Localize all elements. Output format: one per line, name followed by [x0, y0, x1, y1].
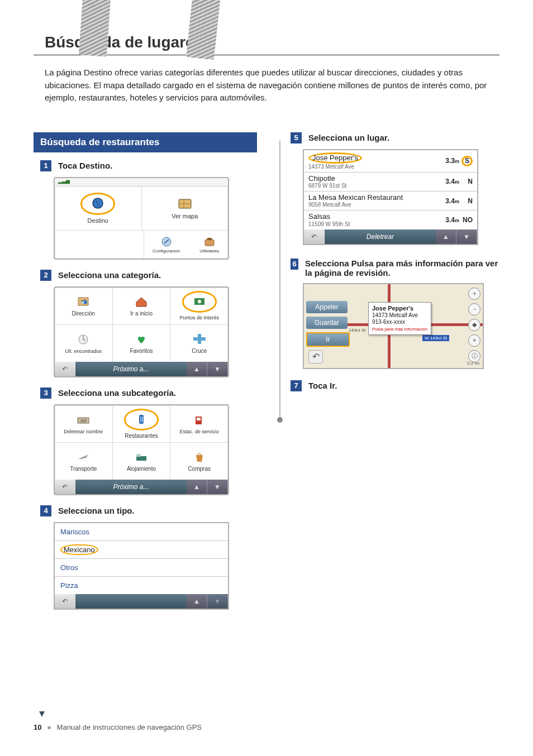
svg-rect-17 — [197, 418, 201, 420]
cat-gohome[interactable]: Ir a inicio — [113, 288, 171, 325]
svg-text:AB: AB — [80, 418, 87, 423]
result-row[interactable]: La Mesa Mexican Restaurant9058 Metcalf A… — [304, 192, 477, 210]
up-arrow-icon[interactable]: ▲ — [187, 362, 207, 376]
down-arrow-icon[interactable]: ▼ — [207, 362, 228, 376]
map-info-popup[interactable]: Jose Pepper's 14373 Metcalf Ave 913-6xx-… — [368, 302, 431, 335]
step-text: Selecciona Pulsa para más información pa… — [305, 259, 503, 277]
subcat-fuel[interactable]: Estac. de servicio — [170, 405, 228, 443]
clock-icon — [75, 333, 91, 346]
type-row[interactable]: Otros — [55, 559, 228, 577]
popup-phone: 913-6xx-xxxx — [372, 319, 405, 325]
label: Destino — [88, 217, 108, 224]
spell-button[interactable]: Deletrear — [325, 233, 436, 241]
up-arrow-icon[interactable]: ▲ — [187, 594, 207, 609]
street-label: 143rd St — [349, 328, 365, 333]
back-icon[interactable]: ↶ — [55, 480, 75, 494]
label: Alojamiento — [127, 466, 156, 472]
map-call-button[interactable]: Appeler — [306, 301, 348, 313]
recenter-icon[interactable]: ⌖ — [468, 334, 480, 347]
wrench-icon[interactable] — [159, 235, 174, 248]
near-button[interactable]: Próximo a... — [75, 483, 187, 491]
map-save-button[interactable]: Guardar — [306, 317, 348, 329]
home-vermapa-button[interactable]: Ver mapa — [142, 186, 229, 231]
cat-intersection[interactable]: Cruce — [170, 325, 228, 362]
subcat-restaurants[interactable]: Restaurantes — [113, 405, 171, 443]
label: Configuración — [153, 248, 180, 253]
label: Cruce — [192, 348, 207, 354]
down-arrow-icon[interactable]: ▼ — [207, 480, 228, 494]
back-icon[interactable]: ↶ — [55, 594, 75, 609]
zoom-out-icon[interactable]: － — [468, 303, 480, 315]
cat-favorites[interactable]: Favoritos — [113, 325, 171, 362]
up-arrow-icon[interactable]: ▲ — [187, 480, 207, 494]
map-go-button[interactable]: Ir — [306, 332, 350, 347]
footer-bullet: ● — [44, 723, 55, 731]
vertical-rule-dot — [277, 417, 283, 423]
address-icon: 📬 — [75, 295, 91, 308]
cat-direccion[interactable]: 📬 Dirección — [55, 288, 113, 325]
map-icon — [177, 197, 193, 210]
columns: Búsqueda de restaurantes 1 Toca Destino.… — [34, 132, 499, 620]
label: Estac. de servicio — [179, 429, 219, 434]
step-text: Selecciona una categoría. — [58, 270, 161, 280]
continuation-arrow-icon — [39, 711, 45, 717]
type-row[interactable]: Mariscos — [55, 523, 228, 541]
home-tools-row — [55, 231, 144, 259]
intro-paragraph: La página Destino ofrece varias categorí… — [45, 66, 499, 104]
map-side-buttons: Appeler Guardar Ir ↶ — [306, 301, 350, 363]
step-number: 3 — [40, 387, 51, 399]
svg-rect-5 — [207, 238, 212, 240]
result-row[interactable]: Salsas11509 W 95th St 3.4m NO — [304, 210, 477, 229]
zoom-in-icon[interactable]: ＋ — [468, 288, 480, 300]
bottom-bar: ↶ Deletrear ▲ ▼ — [304, 229, 477, 244]
back-icon[interactable]: ↶ — [55, 362, 75, 376]
page-number: 10 — [34, 723, 41, 731]
heart-icon — [134, 332, 149, 346]
device-screenshot-subcategory: AB Deletrear nombre Restaurantes Estac. … — [54, 404, 229, 495]
label: Dirección — [72, 310, 95, 317]
result-addr: 14373 Metcalf Ave — [308, 164, 436, 170]
back-icon[interactable]: ↶ — [304, 229, 325, 244]
subcat-shopping[interactable]: Compras — [170, 443, 228, 480]
svg-text:📬: 📬 — [81, 299, 88, 305]
result-distance: 3.3m — [436, 157, 459, 165]
step-number: 1 — [40, 160, 51, 171]
bottom-bar: ↶ Próximo a... ▲ ▼ — [55, 480, 228, 494]
popup-more-link[interactable]: Pulsa para más información — [372, 327, 427, 332]
step-number: 7 — [291, 380, 302, 391]
home-destino-button[interactable]: Destino — [55, 186, 142, 231]
step-number: 4 — [40, 505, 51, 516]
down-arrow-icon[interactable]: ▼ — [456, 229, 477, 244]
label: Ir a inicio — [130, 310, 153, 317]
near-button[interactable]: Próximo a... — [75, 365, 187, 373]
right-column: 5 Selecciona un lugar. Jose Pepper's 143… — [291, 132, 503, 401]
svg-point-9 — [198, 300, 201, 303]
label: Ver mapa — [172, 213, 198, 219]
result-row[interactable]: Jose Pepper's 14373 Metcalf Ave 3.3m S — [304, 150, 477, 173]
step-text: Toca Destino. — [58, 161, 112, 170]
result-row[interactable]: Chipotle6879 W 91st St 3.4m N — [304, 173, 477, 192]
svg-rect-18 — [136, 456, 146, 461]
down-arrow-icon[interactable]: ▼ — [207, 594, 228, 609]
step-text: Selecciona un tipo. — [58, 506, 135, 515]
label: Últ. encontrados — [65, 348, 102, 354]
subcat-transport[interactable]: Transporte — [55, 443, 113, 480]
back-icon[interactable]: ↶ — [308, 350, 323, 363]
section-bar: Búsqueda de restaurantes — [34, 132, 257, 152]
bottom-bar: ↶ ▲ ▼ — [55, 594, 228, 609]
toolbox-icon[interactable] — [202, 235, 217, 248]
cat-poi[interactable]: Puntos de Interés — [170, 288, 228, 325]
cat-recent[interactable]: Últ. encontrados — [55, 325, 113, 362]
type-row[interactable]: Mexicano — [55, 541, 228, 559]
type-row[interactable]: Pizza — [55, 577, 228, 594]
subcat-lodging[interactable]: Alojamiento — [113, 443, 171, 480]
orientation-icon[interactable]: ◆ — [468, 319, 480, 331]
street-sign: W 143rd St — [422, 335, 449, 341]
poi-icon — [192, 295, 207, 308]
up-arrow-icon[interactable]: ▲ — [436, 229, 456, 244]
page-title: Búsqueda de lugares — [45, 34, 499, 51]
device-screenshot-map-review: W 143rd St 143rd St Appeler Guardar Ir ↶… — [303, 283, 484, 369]
home-tools-row: Configuración Utilidades — [144, 231, 229, 259]
subcat-spell[interactable]: AB Deletrear nombre — [55, 405, 113, 443]
step-text: Toca Ir. — [308, 381, 337, 390]
